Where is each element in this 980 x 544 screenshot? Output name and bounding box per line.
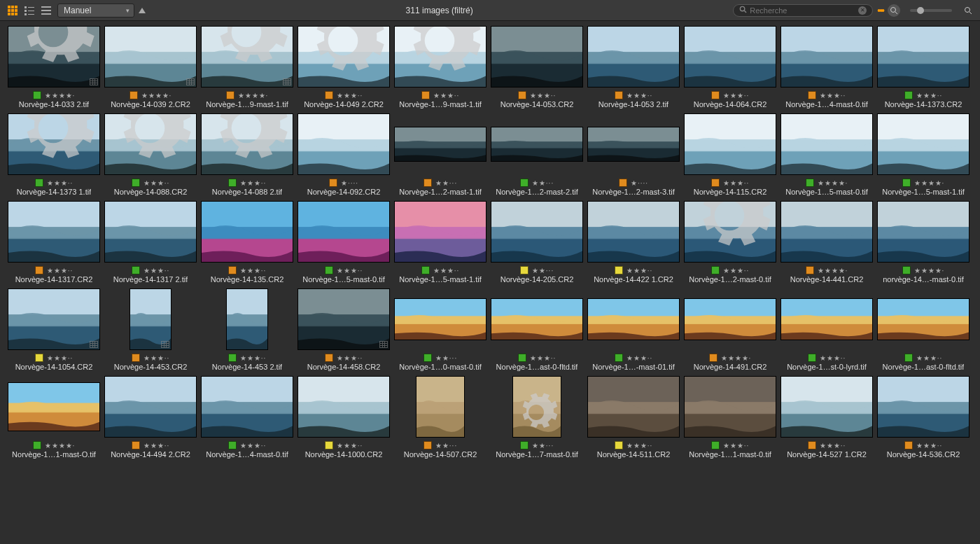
color-tag[interactable] <box>421 91 430 99</box>
thumbnail-cell[interactable]: ★★★·· Norvège-14-088 2.tif <box>199 113 295 196</box>
color-tag[interactable] <box>615 266 623 274</box>
color-tag[interactable] <box>33 91 41 99</box>
color-tag[interactable] <box>130 91 138 99</box>
star-rating[interactable]: ★★★·· <box>240 354 267 362</box>
thumbnail-cell[interactable]: ★★★★· Norvège-14-491.CR2 <box>682 288 778 371</box>
thumbnail-cell[interactable]: ★★★·· Norvège-14-088.CR2 <box>102 113 199 196</box>
star-rating[interactable]: ★★★·· <box>337 354 363 362</box>
thumbnail-cell[interactable]: ★★··· Norvège-1…0-mast-0.tif <box>392 288 489 371</box>
star-rating[interactable]: ★★★★· <box>721 354 752 362</box>
color-tag[interactable] <box>325 91 333 99</box>
thumbnail-image[interactable] <box>490 113 584 176</box>
thumbnail-cell[interactable]: ★★★·· Norvège-1…5-mast-1.tif <box>392 200 489 284</box>
thumbnail-image[interactable] <box>297 113 391 176</box>
thumbnail-image[interactable] <box>297 25 391 88</box>
thumbnail-image[interactable] <box>587 25 680 88</box>
thumbnail-image[interactable] <box>780 113 874 176</box>
thumbnail-image[interactable] <box>393 113 487 176</box>
color-tag[interactable] <box>325 266 333 274</box>
star-rating[interactable]: ★···· <box>341 179 358 187</box>
thumbnail-image[interactable] <box>297 200 391 263</box>
thumbnail-image[interactable] <box>104 375 197 438</box>
view-list-icon[interactable] <box>22 5 36 16</box>
thumbnail-image[interactable] <box>393 375 487 438</box>
color-tag[interactable] <box>424 354 432 362</box>
color-tag[interactable] <box>421 266 430 274</box>
color-tag[interactable] <box>325 441 333 449</box>
thumbnail-image[interactable] <box>200 375 294 438</box>
sort-dropdown[interactable]: Manuel <box>57 4 134 18</box>
color-tag[interactable] <box>132 354 140 362</box>
thumbnail-image[interactable] <box>876 375 970 438</box>
thumbnail-cell[interactable]: ★★★★· Norvège-1…5-mast-1.tif <box>875 113 972 196</box>
star-rating[interactable]: ★★★·· <box>530 354 556 362</box>
thumbnail-cell[interactable]: ★★★·· Norvège-14-511.CR2 <box>585 375 682 459</box>
star-rating[interactable]: ★★★·· <box>47 179 74 187</box>
color-tag[interactable] <box>904 441 913 449</box>
thumbnail-cell[interactable]: ★★★★· Norvège-14-441.CR2 <box>778 200 875 284</box>
search-input[interactable] <box>750 6 855 15</box>
thumbnail-cell[interactable]: ★★★·· Norvège-14-049 2.CR2 <box>295 25 392 109</box>
color-tag[interactable] <box>35 354 43 362</box>
scope-icon[interactable] <box>888 4 900 17</box>
star-rating[interactable]: ★★··· <box>532 179 554 187</box>
thumbnail-cell[interactable]: ★···· Norvège-14-092.CR2 <box>295 113 392 196</box>
thumbnail-cell[interactable]: ★★★·· Norvège-1…9-mast-1.tif <box>392 25 489 109</box>
thumbnail-image[interactable] <box>587 288 680 351</box>
thumbnail-image[interactable] <box>683 200 777 263</box>
star-rating[interactable]: ★···· <box>631 179 648 187</box>
thumbnail-image[interactable] <box>393 25 487 88</box>
star-rating[interactable]: ★★★·· <box>723 267 750 274</box>
thumbnail-cell[interactable]: ★★★★· Norvège-1…1-mast-O.tif <box>6 375 102 459</box>
color-tag[interactable] <box>329 179 337 187</box>
thumbnail-image[interactable] <box>297 375 391 438</box>
star-rating[interactable]: ★★★·· <box>916 92 943 99</box>
thumbnail-cell[interactable]: ★★★·· Norvège-1…4-mast-0.tif <box>778 25 875 109</box>
color-tag[interactable] <box>35 179 43 187</box>
thumbnail-image[interactable] <box>7 200 101 263</box>
thumbnail-image[interactable] <box>104 200 197 263</box>
color-tag[interactable] <box>711 179 720 187</box>
thumbnail-image[interactable] <box>200 25 294 88</box>
color-tag[interactable] <box>228 441 237 449</box>
color-tag[interactable] <box>424 179 432 187</box>
color-tag[interactable] <box>711 441 720 449</box>
thumbnail-cell[interactable]: ★···· Norvège-1…2-mast-3.tif <box>585 113 682 196</box>
star-rating[interactable]: ★★★·· <box>47 354 74 362</box>
star-rating[interactable]: ★★★·· <box>723 442 750 449</box>
star-rating[interactable]: ★★★·· <box>916 354 943 362</box>
star-rating[interactable]: ★★··· <box>532 267 554 274</box>
thumbnail-image[interactable] <box>876 113 970 176</box>
thumbnail-image[interactable] <box>780 200 874 263</box>
star-rating[interactable]: ★★★·· <box>626 354 653 362</box>
thumbnail-image[interactable] <box>7 375 101 438</box>
star-rating[interactable]: ★★★·· <box>723 179 750 187</box>
color-tag[interactable] <box>518 354 526 362</box>
star-rating[interactable]: ★★★·· <box>47 267 74 274</box>
color-tag[interactable] <box>518 91 526 99</box>
thumbnail-cell[interactable]: ★★★·· Norvège-1…5-mast-0.tif <box>295 200 392 284</box>
star-rating[interactable]: ★★★★· <box>818 267 848 274</box>
thumbnail-image[interactable] <box>683 375 777 438</box>
thumbnail-image[interactable] <box>297 288 391 351</box>
star-rating[interactable]: ★★★·· <box>337 267 363 274</box>
color-tag[interactable] <box>615 354 623 362</box>
thumbnail-image[interactable] <box>104 288 197 351</box>
thumbnail-image[interactable] <box>780 25 874 88</box>
color-tag[interactable] <box>808 91 816 99</box>
color-tag[interactable] <box>228 179 237 187</box>
thumbnail-cell[interactable]: ★★★·· Norvège-14-527 1.CR2 <box>778 375 875 459</box>
thumbnail-cell[interactable]: ★★··· Norvège-14-507.CR2 <box>392 375 489 459</box>
thumbnail-image[interactable] <box>7 25 101 88</box>
star-rating[interactable]: ★★★★· <box>238 92 269 99</box>
color-tag[interactable] <box>904 354 913 362</box>
color-tag[interactable] <box>711 91 720 99</box>
color-tag[interactable] <box>711 266 720 274</box>
thumbnail-cell[interactable]: ★★★★· Norvège-1…5-mast-0.tif <box>778 113 875 196</box>
star-rating[interactable]: ★★★·· <box>337 442 363 449</box>
color-tag[interactable] <box>325 354 333 362</box>
thumbnail-image[interactable] <box>876 288 970 351</box>
color-tag[interactable] <box>226 91 234 99</box>
thumbnail-image[interactable] <box>393 288 487 351</box>
star-rating[interactable]: ★★··· <box>532 442 554 449</box>
